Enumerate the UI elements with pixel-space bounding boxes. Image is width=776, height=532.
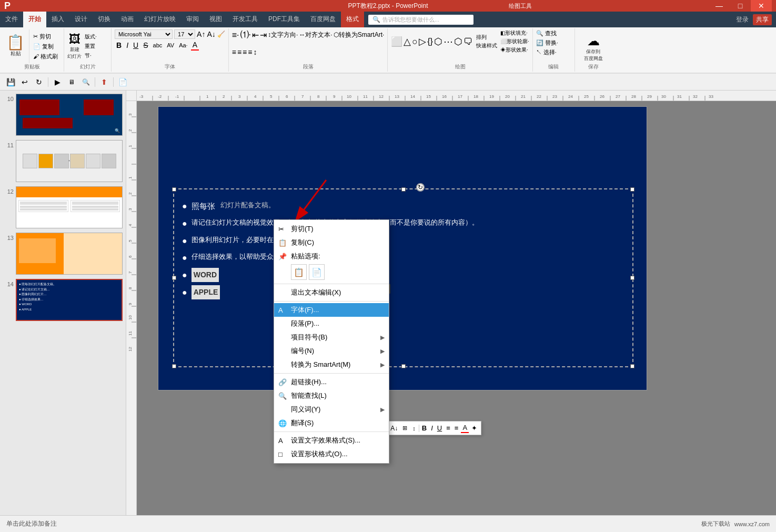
shape-1[interactable]: ⬜ <box>391 36 402 47</box>
login-btn[interactable]: 登录 <box>736 15 749 24</box>
line-spacing-btn[interactable]: ↕ <box>253 48 257 56</box>
numbering-btn[interactable]: ⑴· <box>240 29 251 41</box>
handle-br[interactable] <box>630 364 634 368</box>
tab-view[interactable]: 视图 <box>204 12 227 27</box>
ctx-cut[interactable]: ✂ 剪切(T) <box>274 222 389 236</box>
another-btn[interactable]: 📄 <box>116 76 129 88</box>
tab-design[interactable]: 设计 <box>69 12 93 27</box>
maximize-btn[interactable]: □ <box>730 0 751 12</box>
cut-btn[interactable]: ✂ 剪切 <box>32 32 59 41</box>
shape-3[interactable]: ○ <box>412 36 418 47</box>
tab-transition[interactable]: 切换 <box>93 12 116 27</box>
slide-thumb-13[interactable]: 13 <box>2 232 124 276</box>
tab-slideshow[interactable]: 幻灯片放映 <box>139 12 181 27</box>
ctx-numbering[interactable]: 编号(N) ▶ <box>274 344 389 358</box>
bold-btn[interactable]: B <box>115 41 123 50</box>
font-decrease-btn[interactable]: A↓ <box>207 30 215 38</box>
undo-btn[interactable]: ↩ <box>18 76 31 88</box>
redo-btn[interactable]: ↻ <box>33 76 45 88</box>
underline-btn[interactable]: U <box>132 41 140 50</box>
shape-5[interactable]: {} <box>427 37 433 46</box>
paste-btn[interactable]: 📋 粘贴 <box>2 29 29 63</box>
shape-2[interactable]: △ <box>404 36 411 47</box>
slide-canvas[interactable]: ↻ ● 照每张 幻灯片配备文稿。 ● 请记住幻灯片文稿的视觉效果。每张幻灯片上的… <box>158 106 647 390</box>
print-preview-btn[interactable]: 🔍 <box>79 76 92 88</box>
mini-underline-btn[interactable]: U <box>436 424 444 433</box>
close-btn[interactable]: ✕ <box>751 0 772 12</box>
find-btn[interactable]: 🔍 查找 <box>536 29 557 37</box>
ctx-copy[interactable]: 📋 复制(C) <box>274 236 389 249</box>
tab-developer[interactable]: 开发工具 <box>227 12 263 27</box>
ctx-bullets[interactable]: 项目符号(B) ▶ <box>274 330 389 344</box>
mini-decrease-btn[interactable]: A↓ <box>389 424 399 433</box>
align-center-btn[interactable]: ≡ <box>237 48 241 56</box>
ctx-smartart[interactable]: 转换为 SmartArt(M) ▶ <box>274 358 389 372</box>
shape-effect-btn[interactable]: ◈形状效果· <box>500 46 529 54</box>
slide-thumb-10[interactable]: 10 🔍 <box>2 93 124 137</box>
mini-color-btn[interactable]: A <box>461 423 469 433</box>
shape-6[interactable]: ⬡ <box>434 36 442 47</box>
share-btn[interactable]: 共享 <box>753 14 772 25</box>
paste-option-2[interactable]: 📄 <box>309 264 325 280</box>
mini-column-btn[interactable]: ⊞ <box>400 424 409 433</box>
handle-bm[interactable] <box>401 364 406 368</box>
shape-fill-btn[interactable]: ◧形状填充· <box>500 29 529 37</box>
save-quick-btn[interactable]: 💾 <box>4 76 17 88</box>
mini-spacing-btn[interactable]: ↕ <box>410 424 418 433</box>
ctx-smart-lookup[interactable]: 🔍 智能查找(L) <box>274 389 389 403</box>
tab-pdf[interactable]: PDF工具集 <box>263 12 305 27</box>
handle-tm[interactable] <box>401 187 406 192</box>
start-presentation-btn[interactable]: ▶ <box>51 76 64 88</box>
font-name-select[interactable]: Microsoft Yai <box>115 29 173 39</box>
arrange-btn[interactable]: 排列 <box>476 34 497 41</box>
font-increase-btn[interactable]: A↑ <box>197 30 205 38</box>
copy-btn[interactable]: 📄 复制 <box>32 42 59 51</box>
new-slide-btn[interactable]: 🖼 新建幻灯片 <box>66 32 83 61</box>
font-size-select[interactable]: 17 <box>174 29 195 39</box>
align-text-btn[interactable]: ↔对齐文本· <box>299 31 332 39</box>
ctx-hyperlink[interactable]: 🔗 超链接(H)... <box>274 375 389 389</box>
decrease-indent-btn[interactable]: ⇤ <box>252 30 259 40</box>
tab-file[interactable]: 文件 <box>0 12 23 27</box>
tab-review[interactable]: 审阅 <box>181 12 204 27</box>
format-painter-btn[interactable]: 🖌 格式刷 <box>32 52 59 61</box>
handle-mr[interactable] <box>630 276 634 280</box>
tab-format[interactable]: 格式 <box>341 12 364 27</box>
section-btn[interactable]: 节· <box>85 52 97 59</box>
slide-thumb-12[interactable]: 12 <box>2 185 124 229</box>
mini-extra-btn[interactable]: ✦ <box>470 424 479 433</box>
select-btn[interactable]: ↖ 选择· <box>536 48 557 56</box>
shadow-btn[interactable]: abc <box>152 42 164 49</box>
ctx-synonym[interactable]: 同义词(Y) ▶ <box>274 403 389 416</box>
shape-4[interactable]: ▷ <box>419 36 426 47</box>
tab-animation[interactable]: 动画 <box>116 12 139 27</box>
ctx-text-effect[interactable]: A 设置文字效果格式(S)... <box>274 434 389 447</box>
search-placeholder[interactable]: 告诉我您想要做什么... <box>382 16 439 24</box>
align-left-btn[interactable]: ≡ <box>232 48 236 56</box>
handle-bl[interactable] <box>172 364 176 368</box>
shape-9[interactable]: 🗨 <box>463 36 473 47</box>
handle-ml[interactable] <box>172 276 176 280</box>
convert-smartart-btn[interactable]: ⬡转换为SmartArt· <box>334 31 385 39</box>
handle-tr[interactable] <box>630 187 634 192</box>
increase-indent-btn[interactable]: ⇥ <box>260 30 267 40</box>
ctx-paragraph[interactable]: 段落(P)... <box>274 317 389 330</box>
shape-outline-btn[interactable]: ⬜形状轮廓· <box>500 38 529 45</box>
tab-baidu[interactable]: 百度网盘 <box>305 12 341 27</box>
char-spacing-btn[interactable]: AV <box>165 42 176 49</box>
handle-tl[interactable] <box>172 187 176 192</box>
strikethrough-btn[interactable]: S <box>142 41 149 50</box>
minimize-btn[interactable]: — <box>709 0 730 12</box>
replace-btn[interactable]: 🔄 替换· <box>536 39 558 47</box>
mini-center-btn[interactable]: ≡ <box>453 424 460 433</box>
rotate-handle[interactable]: ↻ <box>416 183 425 192</box>
ctx-exit-edit[interactable]: 退出文本编辑(X) <box>274 286 389 299</box>
clear-format-btn[interactable]: 🧹 <box>217 31 225 38</box>
shape-8[interactable]: ⬡ <box>454 36 462 47</box>
slide-thumb-14[interactable]: 14 ● 照每张幻灯片配备文稿。 ● 请记住幻灯片文稿... ● 图像利用幻灯片… <box>2 278 124 322</box>
mini-italic-btn[interactable]: I <box>429 424 435 433</box>
layout-btn[interactable]: 版式· <box>85 33 97 41</box>
shape-7[interactable]: ⋯ <box>444 36 453 47</box>
mini-bold-btn[interactable]: B <box>420 424 428 433</box>
justify-btn[interactable]: ≡ <box>248 48 252 56</box>
